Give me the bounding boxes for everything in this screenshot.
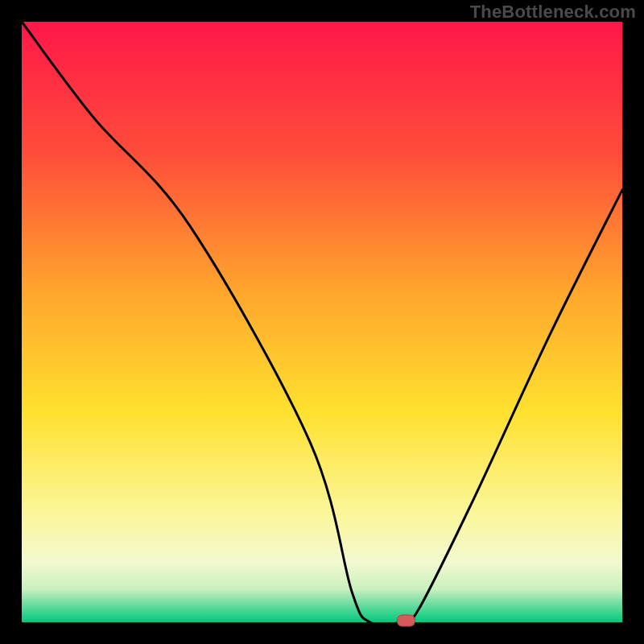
plot-area (22, 22, 622, 622)
optimum-marker (397, 615, 415, 626)
chart-frame: TheBottleneck.com (0, 0, 644, 644)
watermark-text: TheBottleneck.com (470, 2, 636, 23)
bottleneck-chart-svg (0, 0, 644, 644)
